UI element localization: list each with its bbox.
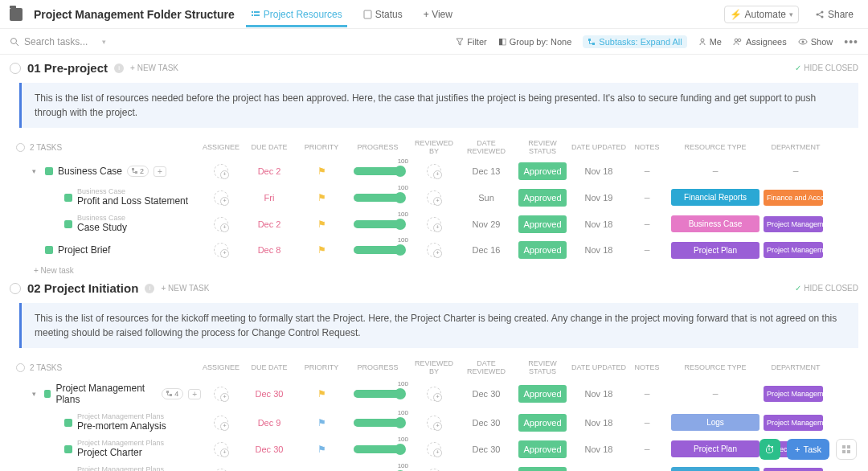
col-resource-type[interactable]: RESOURCE TYPE: [667, 363, 764, 371]
priority-flag-icon[interactable]: ⚑: [317, 166, 326, 177]
hide-closed[interactable]: ✓HIDE CLOSED: [795, 284, 858, 293]
hide-closed[interactable]: ✓HIDE CLOSED: [795, 63, 858, 72]
status-square[interactable]: [45, 167, 53, 175]
assignee-avatar[interactable]: [214, 469, 228, 472]
due-date[interactable]: Dec 9: [241, 418, 297, 428]
due-date[interactable]: Dec 8: [241, 245, 297, 255]
task-row[interactable]: Business Case Profit and Loss Statement …: [16, 184, 858, 211]
task-row[interactable]: Project Brief Dec 8 ⚑ 100 Dec 16 Approve…: [16, 237, 858, 263]
assignee-avatar[interactable]: [214, 442, 228, 457]
add-subtask[interactable]: +: [154, 166, 166, 177]
assignee-avatar[interactable]: [214, 387, 228, 401]
status-square[interactable]: [45, 246, 53, 254]
due-date[interactable]: Dec 30: [241, 444, 297, 454]
col-date-updated[interactable]: DATE UPDATED: [571, 363, 627, 371]
department-tag[interactable]: Project Managem: [764, 242, 823, 258]
me-button[interactable]: Me: [698, 37, 722, 47]
reviewer-avatar[interactable]: [427, 164, 441, 178]
resource-type-tag[interactable]: Other Documents: [671, 467, 760, 471]
notes-cell[interactable]: –: [627, 417, 667, 428]
task-row[interactable]: ▾ Business Case 2 + Dec 2 ⚑ 100 Dec 13 A…: [16, 158, 858, 184]
task-name[interactable]: Project Management Plans: [55, 383, 157, 405]
task-name[interactable]: Project Brief: [58, 244, 110, 256]
notes-cell[interactable]: –: [627, 192, 667, 203]
department-tag[interactable]: Project Managem: [764, 415, 823, 431]
info-icon[interactable]: i: [114, 63, 124, 73]
col-reviewed-by[interactable]: REVIEWED BY: [410, 139, 458, 155]
col-department[interactable]: DEPARTMENT: [764, 363, 828, 371]
due-date[interactable]: Fri: [241, 193, 297, 203]
progress-bar[interactable]: 100: [354, 220, 402, 228]
timer-fab[interactable]: ⏱: [760, 439, 780, 460]
task-row[interactable]: Project Management Plans Organization De…: [16, 462, 858, 471]
progress-bar[interactable]: 100: [354, 445, 402, 453]
task-name[interactable]: Case Study: [77, 222, 127, 233]
search-input[interactable]: Search tasks... ▾: [10, 36, 106, 47]
new-task-fab[interactable]: + Task: [787, 439, 829, 460]
task-row[interactable]: Business Case Case Study Dec 2 ⚑ 100 Nov…: [16, 211, 858, 237]
col-date-updated[interactable]: DATE UPDATED: [571, 143, 627, 151]
task-name[interactable]: Pre-mortem Analysis: [77, 420, 166, 432]
col-due[interactable]: DUE DATE: [241, 363, 297, 371]
col-notes[interactable]: NOTES: [627, 143, 667, 151]
resource-type-tag[interactable]: Logs: [671, 414, 760, 431]
resource-type-tag[interactable]: Business Case: [671, 215, 760, 232]
more-button[interactable]: •••: [844, 35, 858, 48]
task-name[interactable]: Profit and Loss Statement: [77, 195, 188, 207]
new-task-row[interactable]: + New task: [10, 263, 858, 275]
priority-flag-icon[interactable]: ⚑: [317, 219, 326, 230]
collapse-circle[interactable]: [10, 283, 21, 294]
col-progress[interactable]: PROGRESS: [346, 363, 410, 371]
department-tag[interactable]: Finance and Accou: [764, 190, 823, 206]
status-square[interactable]: [64, 194, 72, 202]
due-date[interactable]: Dec 2: [241, 166, 297, 176]
date-reviewed[interactable]: Dec 30: [458, 389, 514, 399]
assignee-avatar[interactable]: [214, 243, 228, 257]
due-date[interactable]: Dec 30: [241, 389, 297, 399]
department-tag[interactable]: Project Managem: [764, 386, 823, 402]
col-notes[interactable]: NOTES: [627, 363, 667, 371]
new-task-link[interactable]: + NEW TASK: [130, 63, 178, 72]
status-pill[interactable]: Approved: [518, 414, 567, 432]
assignees-button[interactable]: Assignees: [733, 37, 787, 47]
notes-cell[interactable]: –: [627, 388, 667, 399]
progress-bar[interactable]: 100: [354, 390, 402, 398]
share-button[interactable]: Share: [810, 6, 858, 23]
priority-flag-icon[interactable]: ⚑: [317, 444, 326, 455]
notes-cell[interactable]: –: [627, 444, 667, 455]
add-view[interactable]: + View: [419, 2, 457, 27]
task-row[interactable]: ▾ Project Management Plans 4 + Dec 30 ⚑ …: [16, 379, 858, 409]
resource-type-tag[interactable]: Project Plan: [671, 242, 760, 259]
status-pill[interactable]: Approved: [518, 162, 567, 180]
col-department[interactable]: DEPARTMENT: [764, 143, 828, 151]
col-reviewed-by[interactable]: REVIEWED BY: [410, 359, 458, 375]
status-square[interactable]: [64, 419, 72, 427]
filter-button[interactable]: Filter: [456, 37, 486, 47]
subtask-chip[interactable]: 4: [162, 388, 183, 399]
task-row[interactable]: Project Management Plans Pre-mortem Anal…: [16, 409, 858, 436]
date-reviewed[interactable]: Dec 13: [458, 166, 514, 176]
department-tag[interactable]: Project Managem: [764, 216, 823, 232]
subtask-chip[interactable]: 2: [127, 166, 149, 177]
reviewer-avatar[interactable]: [427, 469, 441, 472]
status-square[interactable]: [64, 220, 72, 228]
assignee-avatar[interactable]: [214, 217, 228, 231]
reviewer-avatar[interactable]: [427, 387, 441, 401]
task-row[interactable]: Project Management Plans Project Charter…: [16, 436, 858, 462]
due-date[interactable]: Dec 2: [241, 219, 297, 229]
col-due[interactable]: DUE DATE: [241, 143, 297, 151]
automate-button[interactable]: ⚡ Automate ▾: [724, 6, 799, 23]
expand-icon[interactable]: ▾: [32, 390, 39, 398]
progress-bar[interactable]: 100: [354, 246, 402, 254]
date-reviewed[interactable]: Sun: [458, 193, 514, 203]
reviewer-avatar[interactable]: [427, 217, 441, 231]
status-pill[interactable]: Approved: [518, 215, 567, 233]
department-tag[interactable]: Project Managem: [764, 468, 823, 472]
col-resource-type[interactable]: RESOURCE TYPE: [667, 143, 764, 151]
reviewer-avatar[interactable]: [427, 190, 441, 205]
reviewer-avatar[interactable]: [427, 243, 441, 257]
reviewer-avatar[interactable]: [427, 442, 441, 457]
status-pill[interactable]: Approved: [518, 467, 567, 472]
col-review-status[interactable]: REVIEW STATUS: [514, 139, 571, 155]
col-review-status[interactable]: REVIEW STATUS: [514, 359, 571, 375]
